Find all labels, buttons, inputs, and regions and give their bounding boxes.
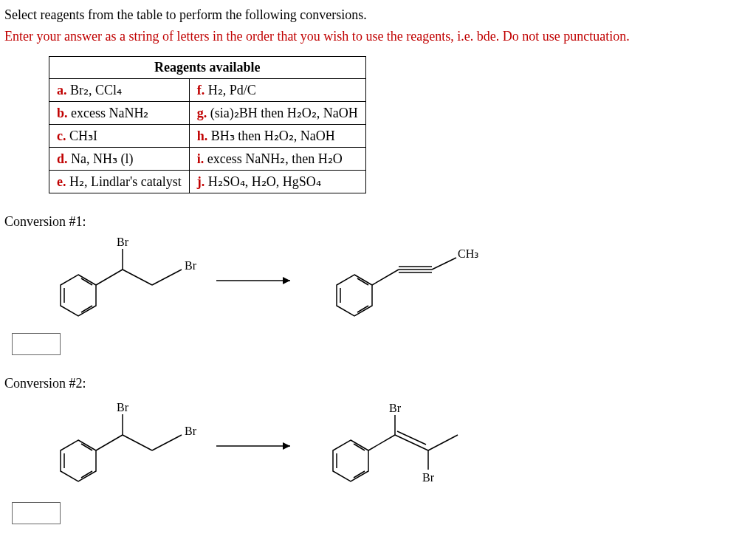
answer-input-2[interactable] xyxy=(12,502,61,524)
reagent-letter: c. xyxy=(57,128,66,143)
reagent-letter: b. xyxy=(57,106,68,120)
svg-line-6 xyxy=(152,270,182,285)
reagent-text: BH₃ then H₂O₂, NaOH xyxy=(211,128,335,143)
reagent-text: Na, NH₃ (l) xyxy=(71,151,133,166)
br-label: Br xyxy=(185,425,197,437)
svg-line-18 xyxy=(432,258,456,270)
reagents-header: Reagents available xyxy=(49,57,366,79)
table-row: e. H₂, Lindlar's catalyst j. H₂SO₄, H₂O,… xyxy=(49,171,366,193)
reagent-letter: j. xyxy=(197,174,205,189)
reagent-letter: i. xyxy=(197,151,205,166)
svg-line-38 xyxy=(428,435,458,450)
reagent-text: H₂, Pd/C xyxy=(208,83,256,97)
reagent-text: CH₃I xyxy=(69,128,97,143)
conversion-1-row: Br Br CH₃ xyxy=(34,233,752,329)
ch3-label: CH₃ xyxy=(458,247,478,260)
br-label: Br xyxy=(185,259,197,272)
reaction-arrow-icon xyxy=(213,266,301,295)
svg-line-4 xyxy=(96,270,123,285)
br-label: Br xyxy=(389,402,402,414)
br-label: Br xyxy=(117,236,129,248)
molecule-product-2: Br Br xyxy=(310,394,495,498)
instruction-1: Select reagents from the table to perfor… xyxy=(4,7,752,23)
reagents-table: Reagents available a. Br₂, CCl₄ f. H₂, P… xyxy=(49,56,366,193)
table-row: d. Na, NH₃ (l) i. excess NaNH₂, then H₂O xyxy=(49,148,366,171)
table-row: a. Br₂, CCl₄ f. H₂, Pd/C xyxy=(49,79,366,102)
reagent-text: Br₂, CCl₄ xyxy=(70,83,122,97)
reagent-letter: d. xyxy=(57,151,68,166)
svg-marker-9 xyxy=(283,277,290,284)
svg-line-24 xyxy=(123,435,152,450)
reagent-text: excess NaNH₂, then H₂O xyxy=(207,151,343,166)
svg-marker-29 xyxy=(333,440,368,481)
svg-marker-28 xyxy=(283,442,290,450)
molecule-start-1: Br Br xyxy=(34,233,204,329)
table-row: c. CH₃I h. BH₃ then H₂O₂, NaOH xyxy=(49,125,366,148)
reagent-text: H₂SO₄, H₂O, HgSO₄ xyxy=(208,174,321,189)
svg-line-5 xyxy=(123,270,152,285)
reagent-letter: e. xyxy=(57,174,66,189)
reagent-text: excess NaNH₂ xyxy=(71,106,148,120)
reagent-letter: f. xyxy=(197,83,205,97)
br-label: Br xyxy=(422,471,435,484)
conversion-1-label: Conversion #1: xyxy=(4,214,752,230)
br-label: Br xyxy=(117,401,129,414)
table-row: b. excess NaNH₂ g. (sia)₂BH then H₂O₂, N… xyxy=(49,102,366,125)
molecule-product-1: CH₃ xyxy=(310,233,480,329)
reagent-text: (sia)₂BH then H₂O₂, NaOH xyxy=(210,106,358,120)
reagent-letter: h. xyxy=(197,128,208,143)
reagent-letter: g. xyxy=(197,106,207,120)
answer-input-1[interactable] xyxy=(12,333,61,355)
reagent-text: H₂, Lindlar's catalyst xyxy=(69,174,182,189)
molecule-start-2: Br Br xyxy=(34,398,204,494)
conversion-2-label: Conversion #2: xyxy=(4,376,752,391)
svg-line-23 xyxy=(96,435,123,450)
reaction-arrow-icon xyxy=(213,431,301,461)
svg-marker-10 xyxy=(337,275,372,316)
svg-marker-19 xyxy=(61,440,96,481)
reagent-letter: a. xyxy=(57,83,67,97)
conversion-2-row: Br Br Br Br xyxy=(34,394,752,498)
svg-line-25 xyxy=(152,435,182,450)
svg-line-14 xyxy=(372,270,399,285)
svg-line-33 xyxy=(368,435,395,450)
svg-marker-0 xyxy=(61,275,96,316)
instruction-2: Enter your answer as a string of letters… xyxy=(4,29,752,44)
